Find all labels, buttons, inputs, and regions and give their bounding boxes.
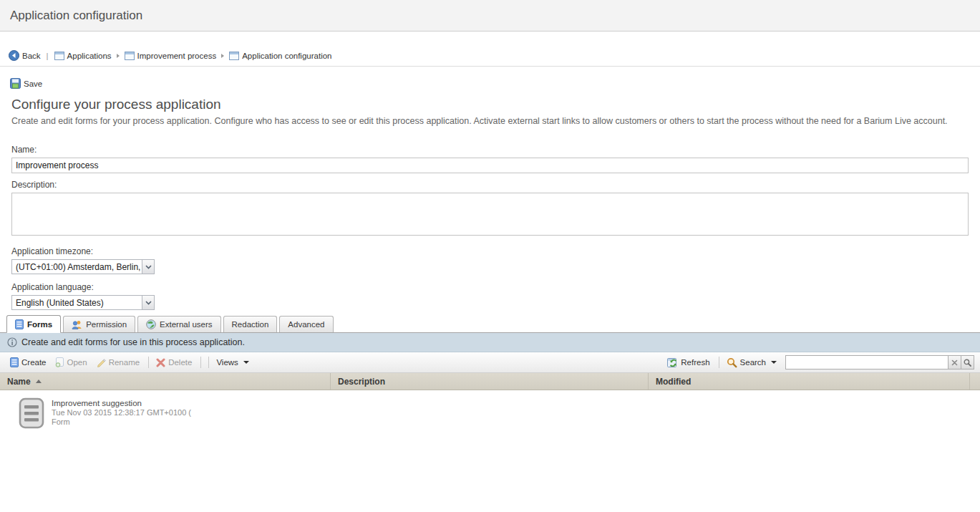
clear-search-button[interactable] [949, 355, 961, 369]
row-type: Form [52, 417, 191, 426]
delete-button[interactable]: Delete [156, 358, 192, 367]
row-modified: Tue Nov 03 2015 12:38:17 GMT+0100 ( [52, 408, 191, 417]
create-button[interactable]: Create [10, 357, 47, 367]
delete-label: Delete [168, 358, 192, 367]
open-label: Open [67, 358, 87, 367]
column-label: Name [7, 377, 31, 387]
breadcrumb-label: Application configuration [242, 52, 331, 60]
search-icon [727, 357, 737, 368]
breadcrumb-item-applications[interactable]: Applications [54, 52, 112, 60]
breadcrumb-label: Improvement process [137, 52, 217, 60]
globe-icon [146, 319, 156, 329]
create-icon [10, 357, 19, 367]
toolbar-separator [200, 357, 201, 368]
caret-down-icon [243, 361, 249, 364]
timezone-label: Application timezone: [11, 246, 980, 256]
toolbar-separator [719, 357, 719, 368]
tab-label: External users [160, 320, 213, 329]
refresh-button[interactable]: Refresh [667, 357, 709, 368]
chevron-down-icon[interactable] [142, 260, 154, 274]
column-header-name[interactable]: Name [0, 373, 331, 390]
open-button[interactable]: Open [55, 357, 87, 367]
users-icon [72, 320, 82, 329]
timezone-value: (UTC+01:00) Amsterdam, Berlin, [12, 260, 142, 274]
back-label: Back [22, 52, 41, 60]
search-label: Search [740, 358, 766, 367]
search-input[interactable] [785, 355, 949, 369]
magnifier-icon [964, 359, 971, 367]
language-label: Application language: [11, 282, 980, 292]
name-label: Name: [11, 145, 980, 155]
pencil-icon [96, 357, 106, 367]
language-select[interactable]: English (United States) [11, 295, 155, 310]
separator: | [47, 52, 49, 60]
page-title: Application configuration [10, 9, 142, 23]
tab-permission[interactable]: Permission [63, 316, 135, 332]
tab-forms[interactable]: Forms [6, 315, 61, 333]
grid-toolbar: Create Open Rename Delete Views Refresh [0, 352, 980, 373]
tab-redaction[interactable]: Redaction [223, 316, 278, 332]
timezone-select[interactable]: (UTC+01:00) Amsterdam, Berlin, [11, 259, 155, 274]
views-menu-button[interactable]: Views [216, 358, 248, 367]
window-titlebar: Application configuration [0, 0, 980, 32]
column-label: Description [338, 377, 385, 387]
tab-advanced[interactable]: Advanced [279, 316, 333, 332]
toolbar-separator [148, 357, 149, 368]
caret-down-icon [771, 361, 777, 364]
close-icon [951, 359, 958, 366]
save-button[interactable]: Save [10, 78, 42, 89]
breadcrumb-item-application-configuration[interactable]: Application configuration [229, 52, 331, 60]
breadcrumb: Back | Applications Improvement process … [0, 32, 980, 67]
breadcrumb-label: Applications [67, 52, 112, 60]
row-text: Improvement suggestion Tue Nov 03 2015 1… [52, 397, 191, 429]
chevron-right-icon [220, 53, 225, 59]
chevron-down-icon[interactable] [142, 296, 154, 309]
rename-button[interactable]: Rename [96, 357, 140, 367]
tab-label: Permission [86, 320, 127, 329]
name-input[interactable] [11, 158, 969, 173]
column-header-modified[interactable]: Modified [649, 373, 970, 390]
back-button[interactable]: Back [9, 50, 41, 61]
refresh-label: Refresh [681, 358, 709, 367]
window-icon [54, 52, 64, 60]
column-header-description[interactable]: Description [331, 373, 649, 390]
form-document-icon [19, 397, 44, 429]
window-icon [229, 52, 239, 60]
tab-external-users[interactable]: External users [137, 316, 221, 332]
action-bar: Save [0, 67, 980, 92]
toolbar-separator [208, 357, 209, 368]
info-icon [7, 337, 17, 347]
breadcrumb-item-improvement-process[interactable]: Improvement process [125, 52, 217, 60]
delete-x-icon [156, 358, 165, 367]
language-value: English (United States) [12, 296, 142, 309]
rename-label: Rename [109, 358, 140, 367]
table-header: Name Description Modified [0, 373, 980, 390]
chevron-right-icon [116, 53, 120, 59]
create-label: Create [21, 358, 47, 367]
page-heading: Configure your process application [11, 97, 980, 112]
cell-name: Improvement suggestion Tue Nov 03 2015 1… [0, 397, 331, 429]
back-icon [9, 50, 19, 61]
tab-label: Advanced [288, 320, 324, 329]
info-bar: Create and edit forms for use in this pr… [0, 333, 980, 352]
save-label: Save [24, 79, 42, 88]
row-title: Improvement suggestion [52, 399, 191, 407]
run-search-button[interactable] [961, 355, 974, 369]
intro-text: Create and edit forms for your process a… [11, 115, 969, 127]
views-label: Views [216, 358, 238, 367]
window-icon [125, 52, 135, 60]
table-row[interactable]: Improvement suggestion Tue Nov 03 2015 1… [0, 390, 980, 429]
tab-bar: Forms Permission External users Redactio… [0, 310, 980, 333]
description-label: Description: [11, 180, 980, 190]
sort-ascending-icon [36, 380, 42, 383]
table-body: Improvement suggestion Tue Nov 03 2015 1… [0, 390, 980, 480]
save-icon [10, 78, 21, 89]
forms-table: Name Description Modified Improvement su… [0, 373, 980, 480]
header-gutter [970, 373, 980, 390]
form-icon [15, 319, 24, 329]
description-input[interactable] [11, 193, 969, 236]
tab-label: Forms [27, 320, 52, 329]
column-label: Modified [656, 377, 691, 387]
tab-label: Redaction [232, 320, 269, 329]
search-menu-button[interactable]: Search [727, 357, 777, 368]
